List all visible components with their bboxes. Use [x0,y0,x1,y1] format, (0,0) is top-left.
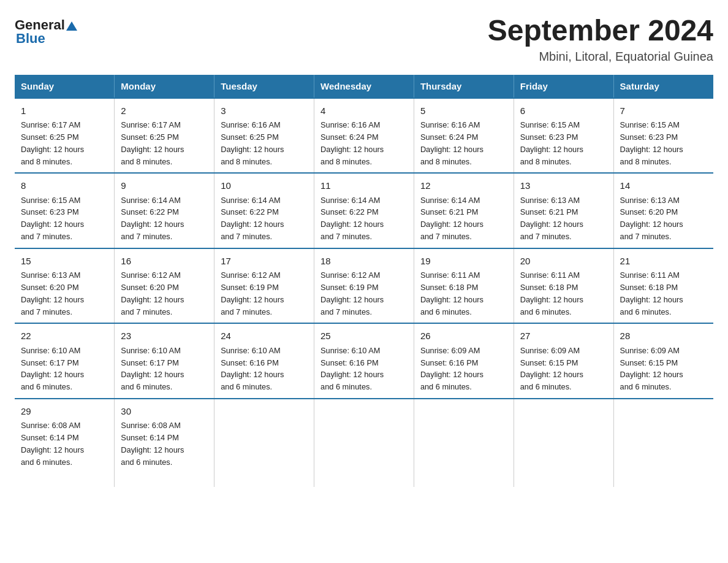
day-info: Sunrise: 6:12 AM Sunset: 6:19 PM Dayligh… [320,269,408,318]
day-number: 7 [620,104,707,118]
calendar-cell: 7Sunrise: 6:15 AM Sunset: 6:23 PM Daylig… [613,98,713,174]
day-number: 25 [320,329,408,343]
day-number: 5 [420,104,507,118]
calendar-cell: 23Sunrise: 6:10 AM Sunset: 6:17 PM Dayli… [115,323,214,399]
day-info: Sunrise: 6:10 AM Sunset: 6:16 PM Dayligh… [320,345,408,393]
day-info: Sunrise: 6:14 AM Sunset: 6:21 PM Dayligh… [420,194,507,243]
weekday-header-thursday: Thursday [414,75,514,98]
calendar-cell: 4Sunrise: 6:16 AM Sunset: 6:24 PM Daylig… [314,98,414,174]
calendar-table: SundayMondayTuesdayWednesdayThursdayFrid… [15,75,713,487]
main-title: September 2024 [488,15,713,47]
day-number: 2 [121,104,208,118]
day-number: 11 [320,178,408,193]
day-number: 29 [21,404,108,418]
calendar-week-row: 29Sunrise: 6:08 AM Sunset: 6:14 PM Dayli… [15,399,713,487]
day-number: 17 [221,254,308,268]
calendar-cell: 24Sunrise: 6:10 AM Sunset: 6:16 PM Dayli… [214,323,314,399]
day-number: 15 [21,254,108,268]
day-number: 28 [620,329,707,343]
calendar-cell: 6Sunrise: 6:15 AM Sunset: 6:23 PM Daylig… [514,98,613,174]
day-number: 13 [520,178,607,193]
day-number: 10 [221,178,308,193]
day-info: Sunrise: 6:10 AM Sunset: 6:17 PM Dayligh… [121,345,208,393]
weekday-header-wednesday: Wednesday [314,75,414,98]
calendar-cell: 26Sunrise: 6:09 AM Sunset: 6:16 PM Dayli… [414,323,514,399]
header: General Blue September 2024 Mbini, Litor… [15,15,713,64]
calendar-week-row: 8Sunrise: 6:15 AM Sunset: 6:23 PM Daylig… [15,173,713,248]
calendar-cell: 27Sunrise: 6:09 AM Sunset: 6:15 PM Dayli… [514,323,613,399]
day-info: Sunrise: 6:11 AM Sunset: 6:18 PM Dayligh… [420,269,507,318]
day-info: Sunrise: 6:17 AM Sunset: 6:25 PM Dayligh… [21,119,108,167]
day-number: 4 [320,104,408,118]
calendar-cell: 13Sunrise: 6:13 AM Sunset: 6:21 PM Dayli… [514,173,613,248]
calendar-cell: 10Sunrise: 6:14 AM Sunset: 6:22 PM Dayli… [214,173,314,248]
day-info: Sunrise: 6:09 AM Sunset: 6:15 PM Dayligh… [520,345,607,393]
day-number: 12 [420,178,507,193]
weekday-header-monday: Monday [115,75,214,98]
day-number: 16 [121,254,208,268]
weekday-header-tuesday: Tuesday [214,75,314,98]
day-number: 6 [520,104,607,118]
calendar-cell: 3Sunrise: 6:16 AM Sunset: 6:25 PM Daylig… [214,98,314,174]
calendar-cell: 16Sunrise: 6:12 AM Sunset: 6:20 PM Dayli… [115,248,214,324]
title-area: September 2024 Mbini, Litoral, Equatoria… [488,15,713,64]
calendar-cell: 2Sunrise: 6:17 AM Sunset: 6:25 PM Daylig… [115,98,214,174]
day-info: Sunrise: 6:15 AM Sunset: 6:23 PM Dayligh… [520,119,607,167]
weekday-header-friday: Friday [514,75,613,98]
day-number: 8 [21,178,108,193]
logo: General Blue [15,18,77,47]
calendar-cell: 22Sunrise: 6:10 AM Sunset: 6:17 PM Dayli… [15,323,115,399]
day-info: Sunrise: 6:10 AM Sunset: 6:17 PM Dayligh… [21,345,108,393]
day-info: Sunrise: 6:12 AM Sunset: 6:19 PM Dayligh… [221,269,308,318]
day-number: 1 [21,104,108,118]
calendar-cell: 20Sunrise: 6:11 AM Sunset: 6:18 PM Dayli… [514,248,613,324]
calendar-cell: 11Sunrise: 6:14 AM Sunset: 6:22 PM Dayli… [314,173,414,248]
day-number: 14 [620,178,707,193]
weekday-header-sunday: Sunday [15,75,115,98]
day-number: 24 [221,329,308,343]
day-info: Sunrise: 6:10 AM Sunset: 6:16 PM Dayligh… [221,345,308,393]
day-number: 19 [420,254,507,268]
day-number: 3 [221,104,308,118]
calendar-cell: 30Sunrise: 6:08 AM Sunset: 6:14 PM Dayli… [115,399,214,487]
calendar-cell: 5Sunrise: 6:16 AM Sunset: 6:24 PM Daylig… [414,98,514,174]
day-info: Sunrise: 6:17 AM Sunset: 6:25 PM Dayligh… [121,119,208,167]
day-info: Sunrise: 6:16 AM Sunset: 6:25 PM Dayligh… [221,119,308,167]
day-info: Sunrise: 6:12 AM Sunset: 6:20 PM Dayligh… [121,269,208,318]
day-info: Sunrise: 6:16 AM Sunset: 6:24 PM Dayligh… [420,119,507,167]
calendar-cell: 14Sunrise: 6:13 AM Sunset: 6:20 PM Dayli… [613,173,713,248]
day-number: 9 [121,178,208,193]
calendar-cell: 28Sunrise: 6:09 AM Sunset: 6:15 PM Dayli… [613,323,713,399]
day-number: 18 [320,254,408,268]
calendar-cell: 18Sunrise: 6:12 AM Sunset: 6:19 PM Dayli… [314,248,414,324]
day-info: Sunrise: 6:09 AM Sunset: 6:15 PM Dayligh… [620,345,707,393]
day-info: Sunrise: 6:08 AM Sunset: 6:14 PM Dayligh… [21,419,108,468]
day-info: Sunrise: 6:13 AM Sunset: 6:21 PM Dayligh… [520,194,607,243]
calendar-cell: 19Sunrise: 6:11 AM Sunset: 6:18 PM Dayli… [414,248,514,324]
weekday-header-saturday: Saturday [613,75,713,98]
weekday-header-row: SundayMondayTuesdayWednesdayThursdayFrid… [15,75,713,98]
day-number: 22 [21,329,108,343]
day-number: 27 [520,329,607,343]
day-info: Sunrise: 6:15 AM Sunset: 6:23 PM Dayligh… [21,194,108,243]
day-info: Sunrise: 6:08 AM Sunset: 6:14 PM Dayligh… [121,419,208,468]
calendar-cell [414,399,514,487]
day-info: Sunrise: 6:15 AM Sunset: 6:23 PM Dayligh… [620,119,707,167]
subtitle: Mbini, Litoral, Equatorial Guinea [488,50,713,64]
calendar-cell: 1Sunrise: 6:17 AM Sunset: 6:25 PM Daylig… [15,98,115,174]
day-info: Sunrise: 6:14 AM Sunset: 6:22 PM Dayligh… [121,194,208,243]
logo-blue-text: Blue [16,31,45,46]
day-info: Sunrise: 6:16 AM Sunset: 6:24 PM Dayligh… [320,119,408,167]
day-info: Sunrise: 6:11 AM Sunset: 6:18 PM Dayligh… [620,269,707,318]
day-info: Sunrise: 6:13 AM Sunset: 6:20 PM Dayligh… [21,269,108,318]
day-info: Sunrise: 6:11 AM Sunset: 6:18 PM Dayligh… [520,269,607,318]
day-info: Sunrise: 6:14 AM Sunset: 6:22 PM Dayligh… [320,194,408,243]
day-number: 21 [620,254,707,268]
calendar-week-row: 22Sunrise: 6:10 AM Sunset: 6:17 PM Dayli… [15,323,713,399]
calendar-cell [314,399,414,487]
calendar-cell [613,399,713,487]
calendar-week-row: 1Sunrise: 6:17 AM Sunset: 6:25 PM Daylig… [15,98,713,174]
calendar-cell: 8Sunrise: 6:15 AM Sunset: 6:23 PM Daylig… [15,173,115,248]
day-info: Sunrise: 6:13 AM Sunset: 6:20 PM Dayligh… [620,194,707,243]
calendar-cell [514,399,613,487]
